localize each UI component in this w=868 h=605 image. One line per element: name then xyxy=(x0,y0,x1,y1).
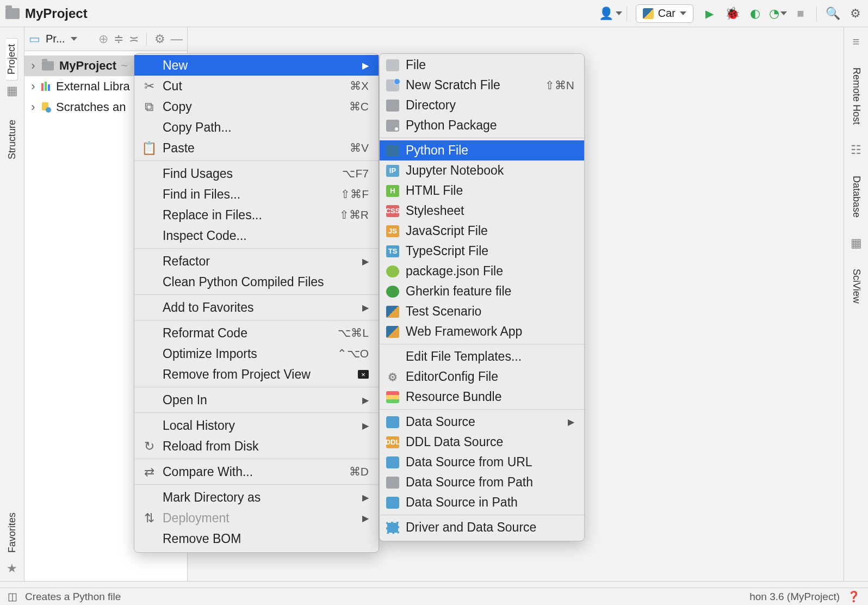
divider xyxy=(146,33,147,45)
hector-icon[interactable]: ❓ xyxy=(847,590,860,603)
view-mode-icon[interactable]: ▭ xyxy=(29,32,40,46)
menu-item-test-scenario[interactable]: Test Scenario xyxy=(380,301,584,322)
menu-item-local-history[interactable]: Local History▶ xyxy=(134,415,379,436)
sciview-tab[interactable]: SciView xyxy=(851,263,862,309)
menu-separator xyxy=(380,344,584,344)
menu-item-label: Reformat Code xyxy=(163,326,330,341)
menu-item-new[interactable]: New▶ xyxy=(134,55,379,76)
menu-item-resource-bundle[interactable]: Resource Bundle xyxy=(380,387,584,407)
user-icon[interactable]: 👤 xyxy=(604,7,618,21)
database-tab[interactable]: Database xyxy=(851,170,862,223)
chevron-right-icon[interactable]: › xyxy=(30,59,36,73)
menu-item-copy[interactable]: ⧉Copy⌘C xyxy=(134,96,379,117)
file-type-icon: IP xyxy=(386,165,399,177)
menu-item-package-json-file[interactable]: package.json File xyxy=(380,261,584,281)
menu-item-mark-directory-as[interactable]: Mark Directory as▶ xyxy=(134,487,379,508)
menu-item-replace-in-files[interactable]: Replace in Files...⇧⌘R xyxy=(134,205,379,225)
right-toolwindow-bar: ≡ Remote Host ☷ Database ▦ SciView xyxy=(844,27,868,581)
minimize-icon[interactable]: — xyxy=(171,32,183,46)
profile-icon[interactable]: ◔ xyxy=(771,7,785,21)
file-type-icon xyxy=(386,351,399,363)
menu-item-find-usages[interactable]: Find Usages⌥F7 xyxy=(134,163,379,184)
menu-item-data-source[interactable]: Data Source▶ xyxy=(380,412,584,432)
menu-item-optimize-imports[interactable]: Optimize Imports⌃⌥O xyxy=(134,343,379,364)
debug-icon[interactable]: 🐞 xyxy=(725,7,739,21)
menu-item-data-source-in-path[interactable]: Data Source in Path xyxy=(380,492,584,513)
menu-item-driver-and-data-source[interactable]: Driver and Data Source xyxy=(380,517,584,538)
menu-item-label: Data Source xyxy=(406,415,561,429)
python-icon xyxy=(643,8,654,19)
menu-item-find-in-files[interactable]: Find in Files...⇧⌘F xyxy=(134,184,379,205)
menu-item-clean-python-compiled-files[interactable]: Clean Python Compiled Files xyxy=(134,271,379,292)
view-label[interactable]: Pr... xyxy=(46,33,65,45)
database-icon[interactable]: ☷ xyxy=(851,143,861,157)
status-hint: Creates a Python file xyxy=(25,591,121,603)
menu-item-ddl-data-source[interactable]: DDLDDL Data Source xyxy=(380,432,584,452)
file-type-icon xyxy=(386,326,399,338)
project-name[interactable]: MyProject xyxy=(25,6,88,21)
python-sdk-label[interactable]: hon 3.6 (MyProject) xyxy=(749,591,840,603)
menu-item-inspect-code[interactable]: Inspect Code... xyxy=(134,225,379,246)
run-config-combo[interactable]: Car xyxy=(636,4,693,23)
chevron-down-icon[interactable] xyxy=(71,37,77,41)
menu-item-cut[interactable]: ✂Cut⌘X xyxy=(134,76,379,96)
coverage-icon[interactable]: ◐ xyxy=(748,7,762,21)
menu-item-stylesheet[interactable]: CSSStylesheet xyxy=(380,201,584,221)
menu-item-editorconfig-file[interactable]: ⚙EditorConfig File xyxy=(380,367,584,387)
star-icon: ★ xyxy=(7,561,17,576)
project-tool-icon[interactable]: ▦ xyxy=(7,84,18,98)
structure-tool-tab[interactable]: Structure xyxy=(7,114,18,165)
menu-item-label: Clean Python Compiled Files xyxy=(163,275,369,289)
menu-item-label: Replace in Files... xyxy=(163,208,332,223)
menu-item-edit-file-templates[interactable]: Edit File Templates... xyxy=(380,347,584,367)
menu-item-add-to-favorites[interactable]: Add to Favorites▶ xyxy=(134,297,379,318)
remote-host-tab[interactable]: Remote Host xyxy=(851,62,862,130)
folder-icon xyxy=(42,61,54,71)
menu-item-copy-path[interactable]: Copy Path... xyxy=(134,117,379,138)
menu-item-refactor[interactable]: Refactor▶ xyxy=(134,251,379,271)
menu-item-label: Add to Favorites xyxy=(163,300,355,315)
favorites-tool-tab[interactable]: Favorites xyxy=(7,507,18,558)
menu-item-html-file[interactable]: HHTML File xyxy=(380,181,584,201)
search-icon[interactable]: 🔍 xyxy=(826,7,840,21)
toolwindows-toggle-icon[interactable]: ◫ xyxy=(8,590,17,603)
menu-item-data-source-from-url[interactable]: Data Source from URL xyxy=(380,452,584,472)
menu-item-file[interactable]: File xyxy=(380,55,584,75)
sciview-icon[interactable]: ▦ xyxy=(851,236,862,250)
backspace-icon: × xyxy=(358,370,369,379)
menu-item-web-framework-app[interactable]: Web Framework App xyxy=(380,322,584,342)
svg-rect-0 xyxy=(41,83,44,91)
run-icon[interactable]: ▶ xyxy=(702,7,716,21)
project-tool-tab[interactable]: Project xyxy=(6,38,18,81)
menu-item-new-scratch-file[interactable]: New Scratch File⇧⌘N xyxy=(380,75,584,95)
menu-item-python-package[interactable]: Python Package xyxy=(380,115,584,135)
menu-item-open-in[interactable]: Open In▶ xyxy=(134,390,379,410)
submenu-arrow-icon: ▶ xyxy=(362,395,369,405)
settings-icon[interactable]: ⚙ xyxy=(848,7,863,21)
menu-item-typescript-file[interactable]: TSTypeScript File xyxy=(380,241,584,261)
collapse-all-icon[interactable]: ≍ xyxy=(129,32,139,46)
expand-all-icon[interactable]: ≑ xyxy=(114,32,123,46)
locate-icon[interactable]: ⊕ xyxy=(98,32,108,46)
menu-item-gherkin-feature-file[interactable]: Gherkin feature file xyxy=(380,281,584,301)
menu-item-remove-from-project-view[interactable]: Remove from Project View× xyxy=(134,364,379,385)
menu-item-data-source-from-path[interactable]: Data Source from Path xyxy=(380,472,584,492)
submenu-arrow-icon: ▶ xyxy=(362,421,369,431)
chevron-right-icon[interactable]: › xyxy=(30,100,36,114)
menu-item-python-file[interactable]: Python File xyxy=(380,140,584,160)
menu-item-directory[interactable]: Directory xyxy=(380,95,584,115)
menu-item-compare-with[interactable]: ⇄Compare With...⌘D xyxy=(134,461,379,482)
menu-item-remove-bom[interactable]: Remove BOM xyxy=(134,528,379,549)
chevron-right-icon[interactable]: › xyxy=(30,79,36,94)
gear-icon[interactable]: ⚙ xyxy=(154,32,165,46)
menu-item-label: package.json File xyxy=(406,264,574,279)
remote-host-icon[interactable]: ≡ xyxy=(853,35,860,49)
menu-item-reload-from-disk[interactable]: ↻Reload from Disk xyxy=(134,436,379,456)
file-type-icon xyxy=(386,120,399,132)
shortcut-label: ⇧⌘N xyxy=(545,79,574,92)
menu-item-javascript-file[interactable]: JSJavaScript File xyxy=(380,221,584,241)
menu-item-jupyter-notebook[interactable]: IPJupyter Notebook xyxy=(380,160,584,181)
menu-item-paste[interactable]: 📋Paste⌘V xyxy=(134,138,379,158)
shortcut-label: ⌘V xyxy=(350,141,369,155)
menu-item-reformat-code[interactable]: Reformat Code⌥⌘L xyxy=(134,323,379,343)
